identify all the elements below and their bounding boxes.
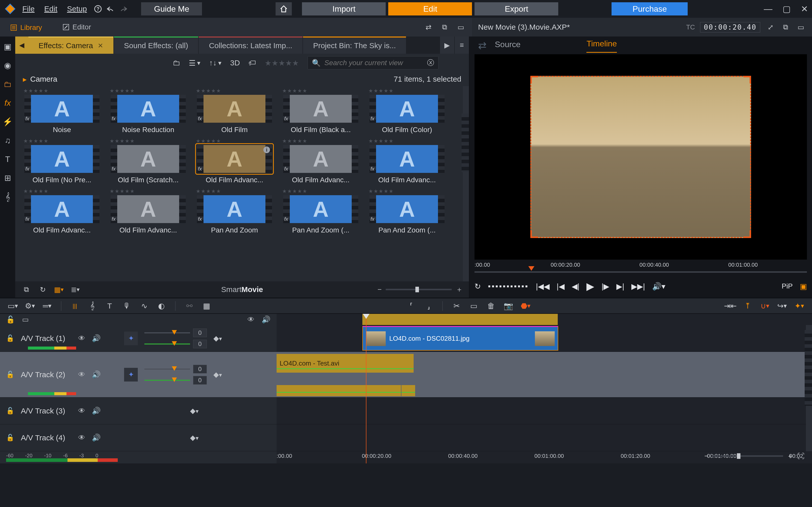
track-mute-icon[interactable]: 🔊	[92, 407, 101, 415]
popout-icon[interactable]: ⧉	[440, 22, 450, 32]
zoom-out-icon[interactable]: −	[704, 452, 708, 460]
track-name[interactable]: A/V Track (3)	[21, 407, 71, 415]
track-storyboard-icon[interactable]: ▭	[22, 315, 29, 324]
timeline-zoom[interactable]: − ＋ ⛶	[704, 451, 804, 461]
goto-end-icon[interactable]: ▶▶|	[631, 282, 645, 291]
crop-icon[interactable]: ▣	[800, 282, 807, 291]
effect-item[interactable]: ★★★★★fxAOld Film (Color)	[366, 88, 448, 134]
tl-razor-icon[interactable]: ✂	[451, 301, 462, 311]
volume-value[interactable]: 0	[193, 376, 207, 385]
effect-item[interactable]: ★★★★★fxAPan And Zoom	[194, 188, 275, 234]
tabstrip-prev-icon[interactable]: ◀	[15, 37, 29, 54]
maximize-icon[interactable]: ▢	[782, 4, 791, 14]
tl-mark-out-icon[interactable]: ⸥	[423, 301, 434, 311]
close-icon[interactable]: ✕	[801, 4, 808, 14]
tab-sound-effects[interactable]: Sound Effects: (all)	[114, 37, 198, 54]
tag-icon[interactable]: 🏷	[248, 59, 256, 67]
zoom-in-icon[interactable]: ＋	[456, 285, 463, 294]
track-name[interactable]: A/V Track (4)	[21, 434, 71, 442]
sidebar-media-icon[interactable]: ◉	[2, 60, 13, 71]
redo-icon[interactable]	[118, 4, 129, 14]
tl-trash-icon[interactable]: 🗑	[486, 301, 496, 311]
track-keyframe-diamond-icon[interactable]: ◆▾	[190, 407, 199, 415]
collapse-icon[interactable]: ▸	[23, 75, 27, 83]
prev-clip-icon[interactable]: |◀	[557, 282, 565, 291]
effect-item[interactable]: ★★★★★ifxAOld Film Advanc...	[194, 138, 275, 184]
tl-fx-icon[interactable]: ✦▾	[794, 301, 804, 311]
purchase-button[interactable]: Purchase	[612, 2, 688, 15]
footer-grid-icon[interactable]: ▦▾	[54, 284, 64, 294]
menu-setup[interactable]: Setup	[63, 3, 90, 15]
next-clip-icon[interactable]: ▶|	[616, 282, 624, 291]
track-lock-icon[interactable]: 🔓	[6, 434, 14, 442]
menu-file[interactable]: File	[19, 3, 38, 15]
tl-link2-icon[interactable]: ↪▾	[777, 301, 787, 311]
sidebar-transitions-icon[interactable]: ⚡	[2, 116, 13, 127]
clip-video-1[interactable]: LO4D.com - DSC02811.jpg	[362, 326, 558, 351]
tl-snapshot-icon[interactable]: 📷	[503, 301, 513, 311]
preview-full-icon[interactable]: ▭	[796, 22, 806, 32]
track-visibility-icon[interactable]: 👁	[78, 334, 85, 342]
menu-edit[interactable]: Edit	[41, 3, 61, 15]
info-icon[interactable]: i	[263, 147, 270, 153]
tl-layout-icon[interactable]: ▭▾	[8, 301, 18, 311]
tl-mode-icon[interactable]: ═▾	[42, 301, 52, 311]
effect-item[interactable]: ★★★★★fxAPan And Zoom (...	[366, 188, 448, 234]
preview-dual-icon[interactable]: ⧉	[780, 22, 791, 32]
sidebar-score-icon[interactable]: 𝄞	[2, 191, 13, 202]
folder-icon[interactable]: 🗀	[172, 59, 180, 67]
preview-popout-icon[interactable]: ⤢	[765, 22, 775, 32]
footer-copy-icon[interactable]: ⧉	[21, 284, 32, 294]
help-icon[interactable]: ?	[93, 4, 103, 14]
sidebar-bin-icon[interactable]: ▣	[2, 41, 13, 52]
preview-source-tab[interactable]: Source	[495, 40, 520, 53]
tab-project-bin[interactable]: Project Bin: The Sky is...	[303, 37, 406, 54]
undo-icon[interactable]	[106, 4, 116, 14]
search-box[interactable]: 🔍 ⓧ	[308, 56, 439, 69]
timeline-playhead[interactable]	[366, 314, 366, 463]
clip-avi-audio-1[interactable]	[276, 385, 401, 396]
library-scrollbar[interactable]	[463, 86, 469, 281]
track-lock-icon[interactable]: 🔓	[6, 371, 14, 379]
loop-icon[interactable]: ↻	[474, 282, 481, 291]
step-fwd-icon[interactable]: |▶	[601, 282, 609, 291]
play-icon[interactable]: ▶	[587, 280, 594, 292]
zoom-fit-icon[interactable]: ⛶	[797, 452, 804, 460]
opacity-value[interactable]: 0	[193, 329, 207, 337]
rating-filter[interactable]: ★★★★★	[265, 59, 299, 67]
opacity-value[interactable]: 0	[193, 365, 207, 374]
track-keyframe-diamond-icon[interactable]: ◆▾	[213, 334, 222, 342]
guide-me-button[interactable]: Guide Me	[141, 2, 202, 15]
track-lock-all-icon[interactable]: 🔓	[6, 315, 15, 324]
track-name[interactable]: A/V Track (2)	[21, 371, 71, 379]
track-lock-icon[interactable]: 🔓	[6, 334, 14, 342]
effect-item[interactable]: ★★★★★fxAOld Film (Scratch...	[108, 138, 189, 184]
effect-item[interactable]: ★★★★★fxAOld Film Advanc...	[21, 188, 103, 234]
tl-score-icon[interactable]: 𝄞	[87, 301, 97, 311]
preview-playhead-icon[interactable]	[528, 266, 535, 271]
track-visibility-icon[interactable]: 👁	[78, 434, 85, 442]
sidebar-effects-icon[interactable]: fx	[2, 97, 13, 109]
zoom-slider[interactable]	[386, 289, 452, 290]
pip-button[interactable]: PiP	[781, 282, 793, 290]
tl-settings-icon[interactable]: ⚙▾	[25, 301, 35, 311]
tl-mixer-icon[interactable]: ⫼	[70, 301, 80, 311]
tabstrip-next-icon[interactable]: ▶	[440, 37, 454, 54]
track-mute-icon[interactable]: 🔊	[92, 334, 101, 342]
track-keyframe-diamond-icon[interactable]: ◆▾	[190, 434, 199, 442]
tl-trim-out-icon[interactable]: ⤒	[743, 301, 753, 311]
minimize-icon[interactable]: —	[764, 4, 772, 14]
track-keyframe-icon[interactable]: ✦	[124, 332, 138, 345]
library-tab[interactable]: Library	[0, 18, 52, 37]
fullscreen-icon[interactable]: ▭	[456, 22, 466, 32]
tl-title-icon[interactable]: T	[105, 301, 115, 311]
effect-item[interactable]: ★★★★★fxAOld Film	[194, 88, 275, 134]
library-zoom[interactable]: − ＋	[377, 285, 463, 294]
smartmovie-button[interactable]: SmartMovie	[221, 285, 263, 294]
tl-ducking-icon[interactable]: ∿	[139, 301, 149, 311]
tabstrip-menu-icon[interactable]: ≡	[455, 37, 469, 54]
tab-effects-camera[interactable]: Effects: Camera✕	[29, 37, 113, 54]
track-visibility-icon[interactable]: 👁	[78, 371, 85, 379]
effect-item[interactable]: ★★★★★fxAOld Film Advanc...	[280, 138, 361, 184]
effect-item[interactable]: ★★★★★fxAOld Film (No Pre...	[21, 138, 103, 184]
